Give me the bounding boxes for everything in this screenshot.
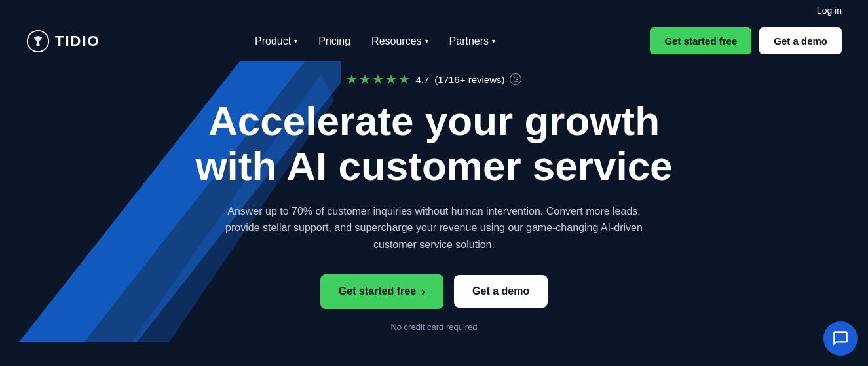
nav-buttons: Get started free Get a demo	[650, 27, 842, 54]
chevron-down-icon: ▾	[294, 37, 297, 45]
logo-text: TIDIO	[55, 33, 100, 50]
logo-area[interactable]: TIDIO	[26, 29, 100, 53]
rating-score: 4.7	[415, 74, 429, 85]
rating-row: ★ ★ ★ ★ ★ 4.7 (1716+ reviews) G	[195, 71, 672, 87]
hero-subtitle: Answer up to 70% of customer inquiries w…	[224, 203, 643, 253]
nav-item-pricing[interactable]: Pricing	[318, 35, 350, 47]
top-bar: Log in	[0, 0, 868, 21]
navbar: TIDIO Product ▾ Pricing Resources ▾ Part…	[0, 21, 868, 61]
nav-get-started-button[interactable]: Get started free	[650, 27, 751, 54]
hero-get-demo-button[interactable]: Get a demo	[454, 275, 548, 308]
cta-row: Get started free › Get a demo No credit …	[195, 274, 672, 332]
chat-button[interactable]	[823, 321, 858, 356]
rating-reviews: (1716+ reviews)	[434, 74, 504, 85]
nav-item-resources[interactable]: Resources ▾	[371, 35, 428, 47]
no-credit-card-text: No credit card required	[390, 322, 477, 332]
hero-section: ★ ★ ★ ★ ★ 4.7 (1716+ reviews) G Accelera…	[0, 61, 868, 342]
nav-get-demo-button[interactable]: Get a demo	[759, 27, 842, 54]
chevron-down-icon: ▾	[425, 37, 428, 45]
nav-item-product[interactable]: Product ▾	[255, 35, 297, 47]
arrow-icon: ›	[421, 285, 425, 299]
svg-point-1	[36, 43, 39, 46]
nav-item-partners[interactable]: Partners ▾	[449, 35, 495, 47]
cta-buttons: Get started free › Get a demo	[320, 274, 548, 309]
chat-icon	[832, 330, 849, 347]
hero-content: ★ ★ ★ ★ ★ 4.7 (1716+ reviews) G Accelera…	[195, 71, 672, 331]
star-rating: ★ ★ ★ ★ ★	[346, 71, 410, 87]
tidio-logo-icon	[26, 29, 50, 53]
login-link[interactable]: Log in	[817, 5, 842, 16]
hero-get-started-button[interactable]: Get started free ›	[320, 274, 443, 309]
info-icon[interactable]: G	[510, 73, 521, 85]
nav-links: Product ▾ Pricing Resources ▾ Partners ▾	[255, 35, 495, 47]
hero-title: Accelerate your growth with AI customer …	[195, 99, 672, 188]
chevron-down-icon: ▾	[492, 37, 495, 45]
